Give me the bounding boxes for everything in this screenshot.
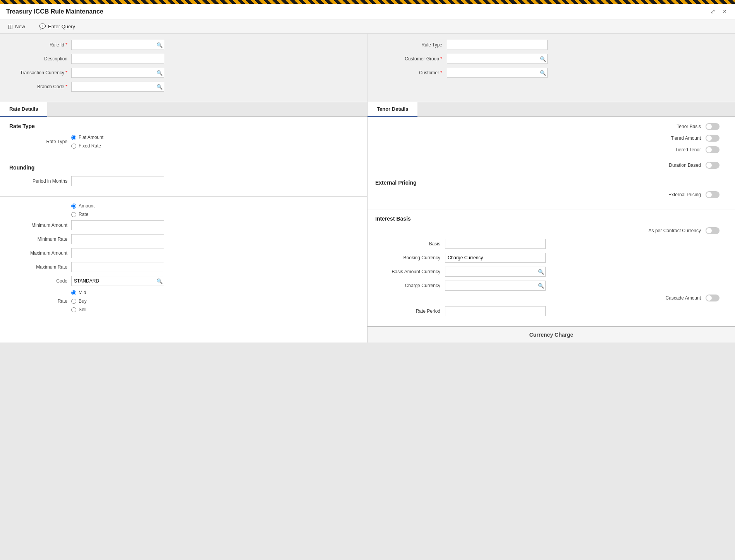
period-in-months-row: Period in Months — [9, 176, 358, 186]
enter-query-button[interactable]: 💬 Enter Query — [36, 22, 78, 31]
minimum-rate-row: Minimum Rate — [9, 234, 358, 244]
cascade-amount-toggle[interactable] — [706, 295, 720, 301]
stripe-decoration — [0, 0, 735, 4]
flat-amount-radio[interactable] — [71, 135, 76, 140]
customer-label: Customer * — [377, 70, 447, 75]
customer-input[interactable] — [447, 68, 548, 78]
tiered-tenor-row: Tiered Tenor — [375, 146, 727, 153]
description-input[interactable] — [71, 54, 164, 64]
transaction-currency-input[interactable] — [71, 68, 164, 78]
header-left: Rule Id 🔍 Description Transaction Curren… — [0, 34, 368, 102]
charge-currency-input[interactable] — [445, 281, 546, 291]
minimum-amount-input[interactable] — [71, 220, 164, 230]
booking-currency-label: Booking Currency — [375, 255, 445, 260]
as-per-contract-currency-label: As per Contract Currency — [375, 228, 706, 233]
mid-option[interactable]: Mid — [71, 290, 87, 295]
branch-code-row: Branch Code 🔍 — [9, 82, 358, 92]
code-input[interactable] — [71, 276, 164, 286]
branch-code-input[interactable] — [71, 82, 164, 92]
amount-radio[interactable] — [71, 204, 76, 209]
amount-rate-options: Amount Rate — [71, 203, 94, 217]
maximum-rate-row: Maximum Rate — [9, 262, 358, 272]
branch-code-label: Branch Code — [9, 84, 71, 89]
charge-currency-row: Charge Currency 🔍 — [375, 281, 727, 291]
customer-row: Customer * 🔍 — [377, 68, 726, 78]
tab-bar: Rate Details — [0, 102, 367, 117]
right-tab-bar: Tenor Details — [368, 102, 735, 117]
branch-code-field: 🔍 — [71, 82, 164, 92]
duration-based-toggle[interactable] — [706, 162, 720, 169]
customer-group-label: Customer Group * — [377, 56, 447, 62]
customer-group-input[interactable] — [447, 54, 548, 64]
sell-radio[interactable] — [71, 307, 76, 312]
new-icon: ◫ — [8, 23, 13, 29]
transaction-currency-search-icon[interactable]: 🔍 — [156, 70, 163, 76]
tiered-tenor-toggle[interactable] — [706, 146, 720, 153]
period-in-months-input[interactable] — [71, 176, 164, 186]
rule-type-input[interactable] — [447, 40, 548, 50]
rate-option[interactable]: Rate — [71, 212, 94, 217]
buy-radio[interactable] — [71, 299, 76, 304]
left-panel: Rate Details Rate Type Rate Type Flat Am… — [0, 102, 368, 343]
sell-option[interactable]: Sell — [71, 307, 87, 312]
amount-radio-row: Amount Rate — [9, 203, 358, 217]
close-button[interactable]: × — [721, 7, 729, 16]
new-button[interactable]: ◫ New — [5, 22, 28, 31]
code-search-icon[interactable]: 🔍 — [156, 278, 163, 284]
customer-search-icon[interactable]: 🔍 — [540, 70, 546, 76]
customer-group-search-icon[interactable]: 🔍 — [540, 56, 546, 62]
cascade-amount-row: Cascade Amount — [375, 295, 727, 301]
maximize-button[interactable]: ⤢ — [708, 7, 718, 16]
flat-amount-option[interactable]: Flat Amount — [71, 135, 103, 140]
rule-id-input[interactable] — [71, 40, 164, 50]
basis-input[interactable] — [445, 239, 546, 249]
as-per-contract-currency-toggle[interactable] — [706, 227, 720, 234]
tab-tenor-details[interactable]: Tenor Details — [368, 102, 417, 117]
tiered-amount-slider — [706, 135, 720, 142]
right-panel: Tenor Details Tenor Basis Tiered Amount — [368, 102, 735, 343]
buy-option[interactable]: Buy — [71, 298, 87, 304]
branch-code-search-icon[interactable]: 🔍 — [156, 84, 163, 90]
rounding-section: Rounding Period in Months — [0, 158, 367, 197]
basis-row: Basis — [375, 239, 727, 249]
maximum-amount-label: Maximum Amount — [9, 250, 71, 256]
mid-radio[interactable] — [71, 290, 76, 295]
rule-id-field: 🔍 — [71, 40, 164, 50]
fixed-rate-radio[interactable] — [71, 144, 76, 149]
new-label: New — [15, 24, 25, 29]
external-pricing-toggle[interactable] — [706, 191, 720, 198]
basis-amount-currency-input[interactable] — [445, 267, 546, 277]
minimum-rate-input[interactable] — [71, 234, 164, 244]
basis-amount-currency-search-icon[interactable]: 🔍 — [538, 269, 544, 275]
transaction-currency-row: Transaction Currency 🔍 — [9, 68, 358, 78]
rate-type-radio-row: Rate Type Flat Amount Fixed Rate — [9, 135, 358, 149]
rate-period-input[interactable] — [445, 306, 546, 316]
main-body: Rate Details Rate Type Rate Type Flat Am… — [0, 102, 735, 343]
amount-option[interactable]: Amount — [71, 203, 94, 209]
tenor-basis-slider — [706, 123, 720, 130]
toolbar: ◫ New 💬 Enter Query — [0, 19, 735, 34]
rule-id-search-icon[interactable]: 🔍 — [156, 42, 163, 48]
duration-based-row: Duration Based — [375, 162, 727, 169]
currency-charge-title: Currency Charge — [529, 332, 574, 338]
tab-rate-details[interactable]: Rate Details — [0, 102, 47, 117]
charge-currency-search-icon[interactable]: 🔍 — [538, 283, 544, 289]
period-in-months-label: Period in Months — [9, 178, 71, 184]
rate-type-title: Rate Type — [9, 123, 358, 129]
minimum-amount-row: Minimum Amount — [9, 220, 358, 230]
tenor-basis-toggle[interactable] — [706, 123, 720, 130]
charge-currency-field: 🔍 — [445, 281, 546, 291]
booking-currency-input[interactable] — [445, 253, 546, 263]
maximum-amount-input[interactable] — [71, 248, 164, 258]
rule-type-row: Rule Type — [377, 40, 726, 50]
interest-basis-section: Interest Basis As per Contract Currency … — [368, 209, 735, 326]
rate-period-label: Rate Period — [375, 308, 445, 314]
basis-amount-currency-label: Basis Amount Currency — [375, 269, 445, 274]
rate-radio[interactable] — [71, 212, 76, 217]
as-per-contract-currency-slider — [706, 227, 720, 234]
fixed-rate-option[interactable]: Fixed Rate — [71, 143, 103, 149]
tiered-amount-toggle[interactable] — [706, 135, 720, 142]
title-bar: Treasury ICCB Rule Maintenance ⤢ × — [0, 4, 735, 19]
maximum-rate-label: Maximum Rate — [9, 264, 71, 270]
maximum-rate-input[interactable] — [71, 262, 164, 272]
